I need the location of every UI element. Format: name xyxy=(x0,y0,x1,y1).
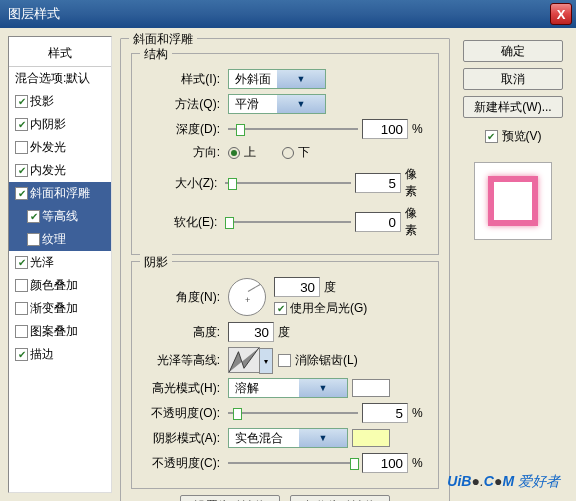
antialias-label: 消除锯齿(L) xyxy=(295,352,358,369)
chevron-down-icon: ▼ xyxy=(277,95,325,113)
structure-subgroup: 结构 样式(I): 外斜面▼ 方法(Q): 平滑▼ 深度(D): % xyxy=(131,53,439,255)
close-button[interactable]: X xyxy=(550,3,572,25)
drop-shadow-item[interactable]: 投影 xyxy=(9,90,111,113)
settings-panel: 斜面和浮雕 结构 样式(I): 外斜面▼ 方法(Q): 平滑▼ 深度(D): xyxy=(118,36,452,493)
shadow-mode-combo[interactable]: 实色混合▼ xyxy=(228,428,348,448)
texture-item[interactable]: 纹理 xyxy=(9,228,111,251)
texture-check[interactable] xyxy=(27,233,40,246)
titlebar: 图层样式 X xyxy=(0,0,576,28)
highlight-color-swatch[interactable] xyxy=(352,379,390,397)
ok-button[interactable]: 确定 xyxy=(463,40,563,62)
chevron-down-icon: ▼ xyxy=(299,429,347,447)
antialias-check[interactable] xyxy=(278,354,291,367)
depth-slider[interactable] xyxy=(228,122,358,136)
soften-unit: 像素 xyxy=(405,205,428,239)
highlight-mode-label: 高光模式(H): xyxy=(142,380,224,397)
window-title: 图层样式 xyxy=(8,5,60,23)
depth-input[interactable] xyxy=(362,119,408,139)
size-unit: 像素 xyxy=(405,166,428,200)
highlight-opacity-unit: % xyxy=(412,406,423,420)
depth-label: 深度(D): xyxy=(142,121,224,138)
gradient-overlay-check[interactable] xyxy=(15,302,28,315)
angle-unit: 度 xyxy=(324,279,336,296)
highlight-opacity-slider[interactable] xyxy=(228,406,358,420)
highlight-opacity-input[interactable] xyxy=(362,403,408,423)
size-slider[interactable] xyxy=(225,176,351,190)
global-light-label: 使用全局光(G) xyxy=(290,300,367,317)
highlight-opacity-label: 不透明度(O): xyxy=(142,405,224,422)
preview-label: 预览(V) xyxy=(502,128,542,145)
global-light-check[interactable] xyxy=(274,302,287,315)
style-combo[interactable]: 外斜面▼ xyxy=(228,69,326,89)
shadow-opacity-label: 不透明度(C): xyxy=(142,455,224,472)
bevel-group: 斜面和浮雕 结构 样式(I): 外斜面▼ 方法(Q): 平滑▼ 深度(D): xyxy=(120,38,450,501)
soften-label: 软化(E): xyxy=(142,214,221,231)
size-label: 大小(Z): xyxy=(142,175,221,192)
preview-swatch xyxy=(488,176,538,226)
bevel-emboss-check[interactable] xyxy=(15,187,28,200)
pattern-overlay-item[interactable]: 图案叠加 xyxy=(9,320,111,343)
shadow-opacity-slider[interactable] xyxy=(228,456,358,470)
gradient-overlay-item[interactable]: 渐变叠加 xyxy=(9,297,111,320)
chevron-down-icon: ▼ xyxy=(277,70,325,88)
color-overlay-check[interactable] xyxy=(15,279,28,292)
depth-unit: % xyxy=(412,122,423,136)
size-input[interactable] xyxy=(355,173,401,193)
shadow-mode-label: 阴影模式(A): xyxy=(142,430,224,447)
close-icon: X xyxy=(557,7,566,22)
color-overlay-item[interactable]: 颜色叠加 xyxy=(9,274,111,297)
blend-options-item[interactable]: 混合选项:默认 xyxy=(9,67,111,90)
chevron-down-icon: ▼ xyxy=(299,379,347,397)
inner-shadow-check[interactable] xyxy=(15,118,28,131)
make-default-button[interactable]: 设置为默认值 xyxy=(180,495,280,501)
preview-box xyxy=(474,162,552,240)
contour-check[interactable] xyxy=(27,210,40,223)
inner-shadow-item[interactable]: 内阴影 xyxy=(9,113,111,136)
satin-check[interactable] xyxy=(15,256,28,269)
altitude-input[interactable] xyxy=(228,322,274,342)
angle-input[interactable] xyxy=(274,277,320,297)
shading-subgroup: 阴影 角度(N): + 度 使用全局光(G) xyxy=(131,261,439,489)
inner-glow-check[interactable] xyxy=(15,164,28,177)
angle-wheel[interactable]: + xyxy=(228,278,266,316)
bevel-emboss-item[interactable]: 斜面和浮雕 xyxy=(9,182,111,205)
outer-glow-item[interactable]: 外发光 xyxy=(9,136,111,159)
shading-title: 阴影 xyxy=(140,254,172,271)
gloss-label: 光泽等高线: xyxy=(142,352,224,369)
new-style-button[interactable]: 新建样式(W)... xyxy=(463,96,563,118)
layer-style-dialog: 图层样式 X 样式 混合选项:默认 投影 内阴影 外发光 内发光 斜面和浮雕 等… xyxy=(0,0,576,501)
gloss-contour-picker[interactable]: ▾ xyxy=(228,347,260,373)
styles-list: 样式 混合选项:默认 投影 内阴影 外发光 内发光 斜面和浮雕 等高线 纹理 光… xyxy=(8,36,112,493)
pattern-overlay-check[interactable] xyxy=(15,325,28,338)
altitude-label: 高度: xyxy=(142,324,224,341)
reset-default-button[interactable]: 复位为默认值 xyxy=(290,495,390,501)
direction-down-radio[interactable] xyxy=(282,147,294,159)
soften-input[interactable] xyxy=(355,212,401,232)
shadow-opacity-input[interactable] xyxy=(362,453,408,473)
action-panel: 确定 取消 新建样式(W)... 预览(V) xyxy=(458,36,568,493)
shadow-color-swatch[interactable] xyxy=(352,429,390,447)
contour-item[interactable]: 等高线 xyxy=(9,205,111,228)
angle-label: 角度(N): xyxy=(142,289,224,306)
stroke-item[interactable]: 描边 xyxy=(9,343,111,366)
watermark: UiB●.C●M 爱好者 xyxy=(447,473,560,491)
outer-glow-check[interactable] xyxy=(15,141,28,154)
preview-check[interactable] xyxy=(485,130,498,143)
cancel-button[interactable]: 取消 xyxy=(463,68,563,90)
satin-item[interactable]: 光泽 xyxy=(9,251,111,274)
soften-slider[interactable] xyxy=(225,215,351,229)
structure-title: 结构 xyxy=(140,46,172,63)
altitude-unit: 度 xyxy=(278,324,290,341)
direction-up-radio[interactable] xyxy=(228,147,240,159)
direction-label: 方向: xyxy=(142,144,224,161)
technique-label: 方法(Q): xyxy=(142,96,224,113)
shadow-opacity-unit: % xyxy=(412,456,423,470)
styles-header: 样式 xyxy=(9,41,111,67)
highlight-mode-combo[interactable]: 溶解▼ xyxy=(228,378,348,398)
technique-combo[interactable]: 平滑▼ xyxy=(228,94,326,114)
inner-glow-item[interactable]: 内发光 xyxy=(9,159,111,182)
stroke-check[interactable] xyxy=(15,348,28,361)
style-label: 样式(I): xyxy=(142,71,224,88)
chevron-down-icon: ▾ xyxy=(259,348,273,374)
drop-shadow-check[interactable] xyxy=(15,95,28,108)
